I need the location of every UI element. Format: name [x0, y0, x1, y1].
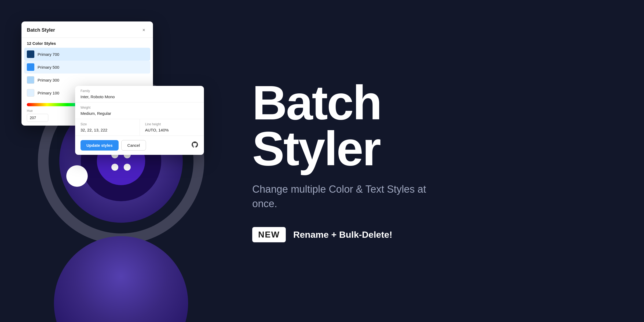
new-feature-text: Rename + Bulk-Delete! [293, 229, 392, 240]
line-height-value[interactable]: AUTO, 140% [145, 128, 199, 132]
update-styles-button[interactable]: Update styles [80, 140, 119, 151]
color-item-primary300[interactable]: Primary 300 [24, 74, 150, 86]
weight-value[interactable]: Medium, Regular [80, 111, 199, 116]
family-field: Family Inter, Roboto Mono [75, 86, 204, 103]
family-label: Family [80, 89, 199, 93]
color-name-primary500: Primary 500 [38, 65, 59, 69]
family-value[interactable]: Inter, Roboto Mono [80, 94, 199, 99]
window-title: Batch Styler [27, 27, 55, 33]
line-height-label: Line height [145, 122, 199, 126]
hue-input[interactable] [27, 114, 48, 122]
size-label: Size [80, 122, 134, 126]
typography-panel: Family Inter, Roboto Mono Weight Medium,… [75, 86, 204, 155]
window-header: Batch Styler × [21, 21, 153, 38]
size-lineheight-row: Size 32, 22, 13, 222 Line height AUTO, 1… [75, 119, 204, 136]
title-line1: Batch [252, 80, 612, 126]
dot-4 [124, 164, 131, 171]
left-section: Batch Styler × 12 Color Styles Primary 7… [0, 0, 220, 322]
close-button[interactable]: × [140, 26, 148, 34]
swatch-primary700 [27, 50, 34, 58]
button-group: Update styles Cancel [80, 140, 146, 151]
right-section: Batch Styler Change multiple Color & Tex… [220, 0, 644, 322]
styles-count: 12 Color Styles [21, 38, 153, 48]
main-title: Batch Styler [252, 80, 612, 171]
color-item-primary500[interactable]: Primary 500 [24, 61, 150, 74]
cancel-button[interactable]: Cancel [121, 140, 146, 151]
size-value[interactable]: 32, 22, 13, 222 [80, 128, 134, 132]
swatch-primary500 [27, 63, 34, 71]
subtitle: Change multiple Color & Text Styles at o… [252, 182, 440, 211]
new-badge: NEW [252, 227, 286, 242]
deco-circle-small-light [66, 165, 88, 187]
size-field: Size 32, 22, 13, 222 [75, 119, 140, 136]
deco-circle-bottom [54, 236, 188, 322]
color-item-primary700[interactable]: Primary 700 [24, 48, 150, 61]
line-height-field: Line height AUTO, 140% [140, 119, 204, 136]
github-icon[interactable] [191, 141, 199, 150]
color-name-primary100: Primary 100 [38, 91, 59, 95]
title-line2: Styler [252, 126, 612, 171]
weight-label: Weight [80, 106, 199, 109]
ui-panel-wrapper: Batch Styler × 12 Color Styles Primary 7… [21, 21, 153, 126]
color-name-primary700: Primary 700 [38, 52, 59, 57]
swatch-primary300 [27, 76, 34, 84]
swatch-primary100 [27, 89, 34, 97]
dot-3 [111, 164, 118, 171]
new-badge-row: NEW Rename + Bulk-Delete! [252, 227, 612, 242]
color-name-primary300: Primary 300 [38, 78, 59, 82]
weight-field: Weight Medium, Regular [75, 103, 204, 119]
action-buttons: Update styles Cancel [75, 136, 204, 155]
